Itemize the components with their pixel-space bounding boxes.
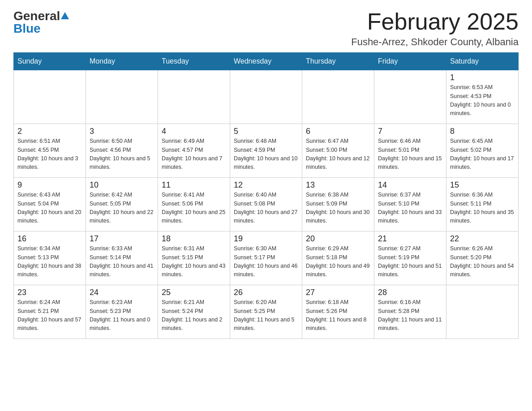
day-number: 23 <box>17 288 82 297</box>
calendar-cell <box>158 70 230 124</box>
calendar-header-thursday: Thursday <box>302 53 374 70</box>
month-title: February 2025 <box>351 9 519 34</box>
calendar-cell: 16Sunrise: 6:34 AM Sunset: 5:13 PM Dayli… <box>14 231 86 285</box>
calendar-cell: 27Sunrise: 6:18 AM Sunset: 5:26 PM Dayli… <box>302 285 374 339</box>
calendar-cell: 2Sunrise: 6:51 AM Sunset: 4:55 PM Daylig… <box>14 124 86 178</box>
calendar-cell: 6Sunrise: 6:47 AM Sunset: 5:00 PM Daylig… <box>302 124 374 178</box>
calendar-cell: 17Sunrise: 6:33 AM Sunset: 5:14 PM Dayli… <box>86 231 158 285</box>
calendar-cell: 5Sunrise: 6:48 AM Sunset: 4:59 PM Daylig… <box>230 124 302 178</box>
calendar-cell <box>446 285 519 339</box>
day-info: Sunrise: 6:47 AM Sunset: 5:00 PM Dayligh… <box>306 137 370 172</box>
day-info: Sunrise: 6:26 AM Sunset: 5:20 PM Dayligh… <box>450 244 515 279</box>
calendar-cell: 22Sunrise: 6:26 AM Sunset: 5:20 PM Dayli… <box>446 231 519 285</box>
day-info: Sunrise: 6:48 AM Sunset: 4:59 PM Dayligh… <box>234 137 298 172</box>
day-number: 9 <box>17 180 82 190</box>
day-number: 15 <box>450 180 515 190</box>
day-number: 1 <box>450 73 515 82</box>
calendar-cell: 25Sunrise: 6:21 AM Sunset: 5:24 PM Dayli… <box>158 285 230 339</box>
calendar-week-row: 2Sunrise: 6:51 AM Sunset: 4:55 PM Daylig… <box>14 124 519 178</box>
day-info: Sunrise: 6:21 AM Sunset: 5:24 PM Dayligh… <box>162 298 226 333</box>
day-info: Sunrise: 6:43 AM Sunset: 5:04 PM Dayligh… <box>17 191 82 226</box>
day-info: Sunrise: 6:40 AM Sunset: 5:08 PM Dayligh… <box>234 191 298 226</box>
calendar-cell: 4Sunrise: 6:49 AM Sunset: 4:57 PM Daylig… <box>158 124 230 178</box>
calendar-cell: 12Sunrise: 6:40 AM Sunset: 5:08 PM Dayli… <box>230 178 302 231</box>
day-info: Sunrise: 6:27 AM Sunset: 5:19 PM Dayligh… <box>378 244 442 279</box>
day-info: Sunrise: 6:38 AM Sunset: 5:09 PM Dayligh… <box>306 191 370 226</box>
calendar-cell: 28Sunrise: 6:16 AM Sunset: 5:28 PM Dayli… <box>374 285 446 339</box>
day-info: Sunrise: 6:41 AM Sunset: 5:06 PM Dayligh… <box>162 191 226 226</box>
day-number: 25 <box>162 288 226 297</box>
day-info: Sunrise: 6:31 AM Sunset: 5:15 PM Dayligh… <box>162 244 226 279</box>
calendar-header-tuesday: Tuesday <box>158 53 230 70</box>
calendar-header-saturday: Saturday <box>446 53 519 70</box>
calendar-cell: 1Sunrise: 6:53 AM Sunset: 4:53 PM Daylig… <box>446 70 519 124</box>
day-number: 13 <box>306 180 370 190</box>
calendar-week-row: 9Sunrise: 6:43 AM Sunset: 5:04 PM Daylig… <box>14 178 519 231</box>
calendar-cell: 20Sunrise: 6:29 AM Sunset: 5:18 PM Dayli… <box>302 231 374 285</box>
day-number: 11 <box>162 180 226 190</box>
page-header: General Blue February 2025 Fushe-Arrez, … <box>13 9 519 48</box>
day-number: 20 <box>306 234 370 244</box>
day-info: Sunrise: 6:18 AM Sunset: 5:26 PM Dayligh… <box>306 298 370 333</box>
day-info: Sunrise: 6:49 AM Sunset: 4:57 PM Dayligh… <box>162 137 226 172</box>
day-info: Sunrise: 6:42 AM Sunset: 5:05 PM Dayligh… <box>90 191 154 226</box>
calendar-cell <box>14 70 86 124</box>
calendar-cell: 21Sunrise: 6:27 AM Sunset: 5:19 PM Dayli… <box>374 231 446 285</box>
day-info: Sunrise: 6:45 AM Sunset: 5:02 PM Dayligh… <box>450 137 515 172</box>
calendar-cell <box>86 70 158 124</box>
calendar-cell <box>374 70 446 124</box>
calendar-week-row: 16Sunrise: 6:34 AM Sunset: 5:13 PM Dayli… <box>14 231 519 285</box>
svg-marker-0 <box>61 12 69 19</box>
calendar-header-sunday: Sunday <box>14 53 86 70</box>
day-info: Sunrise: 6:20 AM Sunset: 5:25 PM Dayligh… <box>234 298 298 333</box>
calendar-cell <box>230 70 302 124</box>
calendar-cell: 14Sunrise: 6:37 AM Sunset: 5:10 PM Dayli… <box>374 178 446 231</box>
calendar-header-wednesday: Wednesday <box>230 53 302 70</box>
day-number: 8 <box>450 127 515 136</box>
day-info: Sunrise: 6:46 AM Sunset: 5:01 PM Dayligh… <box>378 137 442 172</box>
day-number: 19 <box>234 234 298 244</box>
day-info: Sunrise: 6:37 AM Sunset: 5:10 PM Dayligh… <box>378 191 442 226</box>
calendar-header-monday: Monday <box>86 53 158 70</box>
calendar-week-row: 23Sunrise: 6:24 AM Sunset: 5:21 PM Dayli… <box>14 285 519 339</box>
calendar-cell: 23Sunrise: 6:24 AM Sunset: 5:21 PM Dayli… <box>14 285 86 339</box>
day-info: Sunrise: 6:33 AM Sunset: 5:14 PM Dayligh… <box>90 244 154 279</box>
calendar-table: SundayMondayTuesdayWednesdayThursdayFrid… <box>13 52 519 339</box>
day-number: 6 <box>306 127 370 136</box>
location-title: Fushe-Arrez, Shkoder County, Albania <box>351 36 519 48</box>
day-number: 5 <box>234 127 298 136</box>
day-number: 26 <box>234 288 298 297</box>
day-number: 7 <box>378 127 442 136</box>
calendar-cell: 11Sunrise: 6:41 AM Sunset: 5:06 PM Dayli… <box>158 178 230 231</box>
day-info: Sunrise: 6:23 AM Sunset: 5:23 PM Dayligh… <box>90 298 154 333</box>
day-number: 27 <box>306 288 370 297</box>
logo-icon <box>60 11 70 21</box>
calendar-header-friday: Friday <box>374 53 446 70</box>
logo: General Blue <box>13 9 70 36</box>
calendar-cell: 18Sunrise: 6:31 AM Sunset: 5:15 PM Dayli… <box>158 231 230 285</box>
day-info: Sunrise: 6:24 AM Sunset: 5:21 PM Dayligh… <box>17 298 82 333</box>
day-number: 16 <box>17 234 82 244</box>
day-number: 21 <box>378 234 442 244</box>
calendar-cell: 26Sunrise: 6:20 AM Sunset: 5:25 PM Dayli… <box>230 285 302 339</box>
day-number: 22 <box>450 234 515 244</box>
day-number: 4 <box>162 127 226 136</box>
day-number: 17 <box>90 234 154 244</box>
day-number: 12 <box>234 180 298 190</box>
logo-blue-text: Blue <box>13 21 41 35</box>
day-number: 10 <box>90 180 154 190</box>
day-number: 2 <box>17 127 82 136</box>
day-number: 3 <box>90 127 154 136</box>
day-info: Sunrise: 6:53 AM Sunset: 4:53 PM Dayligh… <box>450 83 515 118</box>
calendar-cell: 8Sunrise: 6:45 AM Sunset: 5:02 PM Daylig… <box>446 124 519 178</box>
day-info: Sunrise: 6:50 AM Sunset: 4:56 PM Dayligh… <box>90 137 154 172</box>
calendar-cell: 13Sunrise: 6:38 AM Sunset: 5:09 PM Dayli… <box>302 178 374 231</box>
day-info: Sunrise: 6:29 AM Sunset: 5:18 PM Dayligh… <box>306 244 370 279</box>
day-info: Sunrise: 6:36 AM Sunset: 5:11 PM Dayligh… <box>450 191 515 226</box>
day-info: Sunrise: 6:51 AM Sunset: 4:55 PM Dayligh… <box>17 137 82 172</box>
calendar-header-row: SundayMondayTuesdayWednesdayThursdayFrid… <box>14 53 519 70</box>
calendar-cell <box>302 70 374 124</box>
calendar-cell: 3Sunrise: 6:50 AM Sunset: 4:56 PM Daylig… <box>86 124 158 178</box>
day-number: 14 <box>378 180 442 190</box>
day-info: Sunrise: 6:16 AM Sunset: 5:28 PM Dayligh… <box>378 298 442 333</box>
